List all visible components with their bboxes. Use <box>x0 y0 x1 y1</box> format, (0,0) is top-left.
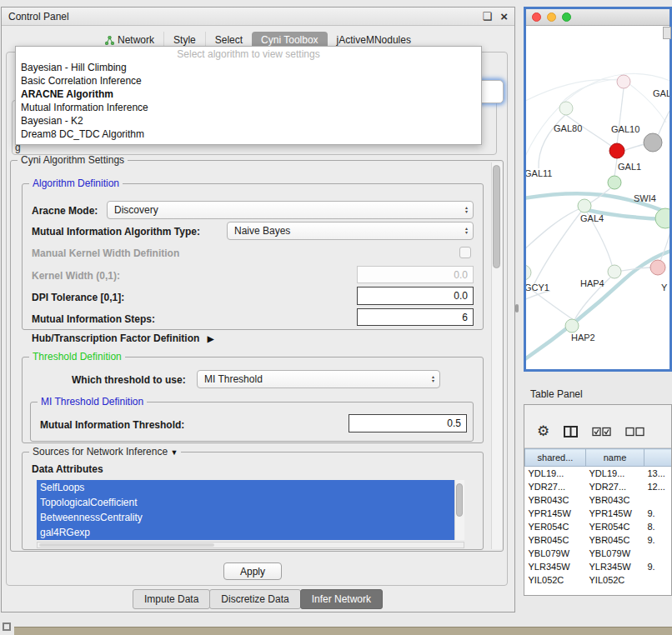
kernel-width-field[interactable]: 0.0 <box>357 266 474 283</box>
tab-label: Infer Network <box>312 593 371 605</box>
hub-definition-toggle[interactable]: Hub/Transcription Factor Definition ▶ <box>32 332 213 344</box>
table-cell: YBR043C <box>525 493 586 507</box>
table-row[interactable]: YDR27...YDR27...12... <box>525 480 672 493</box>
which-threshold-select[interactable]: MI Threshold ▴▾ <box>197 370 440 388</box>
select-all-rows-icon[interactable] <box>592 427 611 437</box>
network-node[interactable] <box>565 319 579 332</box>
close-traffic-light-icon[interactable] <box>532 12 541 22</box>
algorithm-option[interactable]: Dream8 DC_TDC Algorithm <box>16 128 481 141</box>
apply-button-label: Apply <box>240 566 265 578</box>
tab-label: Impute Data <box>144 593 198 605</box>
table-cell: 12... <box>644 480 672 493</box>
network-node[interactable] <box>526 265 531 280</box>
algorithm-option[interactable]: Bayesian - Hill Climbing <box>16 61 481 74</box>
table-row[interactable]: YBL079WYBL079W <box>525 547 672 560</box>
group-title: Threshold Definition <box>29 351 125 362</box>
group-title: Cyni Algorithm Settings <box>18 154 128 166</box>
data-attribute-item[interactable]: gal4RGexp <box>37 525 464 540</box>
network-node[interactable] <box>608 265 621 278</box>
data-attribute-item[interactable]: TopologicalCoefficient <box>37 495 464 510</box>
deselect-all-rows-icon[interactable] <box>625 427 644 437</box>
table-column-header[interactable]: name <box>586 449 644 467</box>
network-node[interactable] <box>655 208 669 228</box>
window-title: Control Panel <box>8 11 69 22</box>
table-cell: YDL19... <box>525 467 586 480</box>
group-title: MI Threshold Definition <box>38 396 147 408</box>
tab-infer-network[interactable]: Infer Network <box>300 589 383 609</box>
data-attributes-list[interactable]: SelfLoopsTopologicalCoefficientBetweenne… <box>37 480 464 540</box>
columns-icon[interactable] <box>564 426 578 438</box>
control-panel-titlebar[interactable]: Control Panel ❏ × <box>2 8 514 26</box>
data-attribute-item[interactable]: SelfLoops <box>37 480 464 495</box>
table-column-header[interactable]: shared... <box>525 449 586 467</box>
network-node[interactable] <box>650 260 665 275</box>
network-node[interactable] <box>617 75 630 88</box>
attr-list-scrollbar-thumb[interactable] <box>456 483 463 517</box>
sources-group-title[interactable]: Sources for Network Inference ▼ <box>29 446 181 458</box>
kernel-width-label: Kernel Width (0,1): <box>32 270 120 282</box>
panel-splitter-handle[interactable] <box>515 304 519 312</box>
algorithm-option[interactable]: ARACNE Algorithm <box>16 88 481 101</box>
algorithm-dropdown-popup: Select algorithm to view settings Bayesi… <box>15 46 482 145</box>
data-attribute-item[interactable]: BetweennessCentrality <box>37 510 464 525</box>
gear-icon[interactable]: ⚙ <box>537 424 549 438</box>
tab-impute-data[interactable]: Impute Data <box>133 589 210 609</box>
table-row[interactable]: YBR045CYBR045C9. <box>525 533 672 547</box>
network-node[interactable] <box>608 176 621 189</box>
tab-label: Network <box>118 34 154 46</box>
manual-kernel-width-checkbox[interactable] <box>459 247 471 258</box>
network-node[interactable] <box>644 133 662 152</box>
table-row[interactable]: YER054CYER054C8. <box>525 520 672 533</box>
tab-discretize-data[interactable]: Discretize Data <box>209 589 300 609</box>
network-canvas[interactable]: GALGAL80GAL10GAL11GAL1SWI4GAL4GCY1HAP4YH… <box>526 26 669 369</box>
attr-list-hscrollbar-thumb[interactable] <box>39 543 214 547</box>
attr-list-hscrollbar-track[interactable] <box>37 542 464 548</box>
table-row[interactable]: YBR043CYBR043C <box>525 493 672 507</box>
table-cell: 9. <box>644 560 672 573</box>
algorithm-option[interactable]: Bayesian - K2 <box>16 114 481 128</box>
algorithm-option[interactable]: Basic Correlation Inference <box>16 74 481 88</box>
table-row[interactable]: YIL052CYIL052C <box>525 573 672 587</box>
float-window-icon[interactable]: ❏ <box>483 11 493 22</box>
table-row[interactable]: YDL19...YDL19...13... <box>525 467 672 480</box>
chevron-down-icon: ▼ <box>170 448 178 457</box>
table-cell: 9. <box>644 507 672 520</box>
background-window-edge <box>14 627 672 635</box>
table-column-header[interactable] <box>644 449 672 467</box>
network-node-label: GAL80 <box>554 123 582 133</box>
table-cell: 9. <box>644 533 672 547</box>
close-window-icon[interactable]: × <box>500 11 508 22</box>
network-node[interactable] <box>609 143 624 158</box>
mi-steps-field[interactable]: 6 <box>357 308 474 326</box>
network-node[interactable] <box>559 102 573 115</box>
tab-label: jActiveMNodules <box>337 34 411 46</box>
zoom-traffic-light-icon[interactable] <box>562 12 571 22</box>
dpi-tolerance-field[interactable]: 0.0 <box>357 287 474 305</box>
network-node-label: HAP2 <box>571 332 595 342</box>
combo-value: MI Threshold <box>204 373 263 385</box>
minimize-traffic-light-icon[interactable] <box>547 12 556 22</box>
mi-algorithm-type-select[interactable]: Naive Bayes ▴▾ <box>227 222 474 240</box>
aracne-mode-select[interactable]: Discovery ▴▾ <box>107 201 474 219</box>
table-row[interactable]: YLR345WYLR345W9. <box>525 560 672 573</box>
network-scroll-corner[interactable] <box>663 27 671 39</box>
network-window-titlebar[interactable] <box>526 9 669 26</box>
table-toolbar: ⚙ <box>524 405 671 448</box>
dpi-tolerance-label: DPI Tolerance [0,1]: <box>32 292 124 303</box>
bottom-tabs: Impute Data Discretize Data Infer Networ… <box>1 589 515 609</box>
table-panel-title: Table Panel <box>530 388 583 400</box>
mi-threshold-field[interactable]: 0.5 <box>349 414 467 432</box>
which-threshold-label: Which threshold to use: <box>72 374 186 386</box>
network-tab-icon <box>105 36 114 45</box>
table-row[interactable]: YPR145WYPR145W9. <box>525 507 672 520</box>
algorithm-option[interactable]: Mutual Information Inference <box>16 101 481 114</box>
table-cell <box>644 547 672 560</box>
table-header-row: shared...name <box>525 449 672 467</box>
settings-scrollbar-thumb[interactable] <box>493 165 500 268</box>
group-title: Algorithm Definition <box>29 178 123 189</box>
taskbar-mini-icon[interactable] <box>3 622 11 631</box>
field-value: 0.0 <box>454 269 468 281</box>
network-node[interactable] <box>578 199 591 212</box>
field-value: 6 <box>462 312 468 323</box>
apply-button[interactable]: Apply <box>223 562 282 580</box>
